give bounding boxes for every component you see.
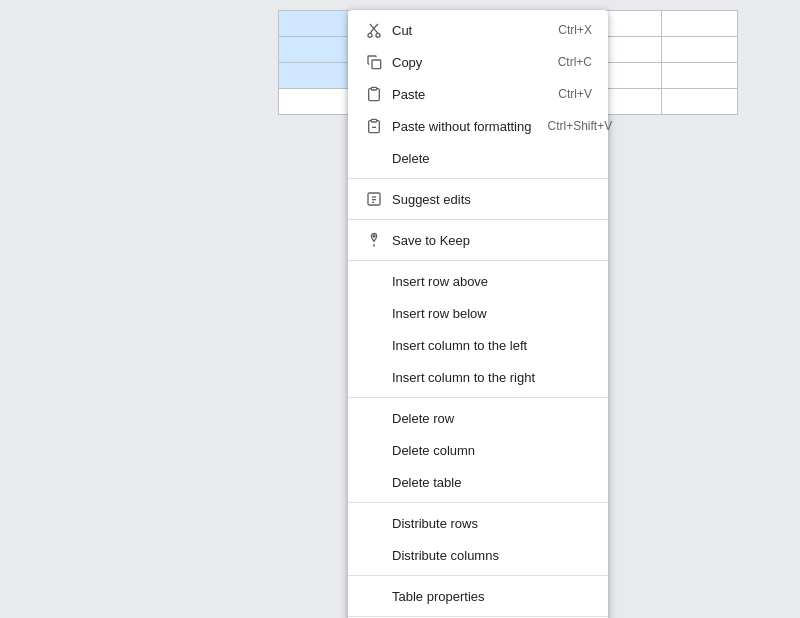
svg-line-4 (374, 24, 378, 28)
save-to-keep-label: Save to Keep (392, 233, 592, 248)
copy-shortcut: Ctrl+C (558, 55, 592, 69)
paste-plain-shortcut: Ctrl+Shift+V (547, 119, 612, 133)
copy-label: Copy (392, 55, 542, 70)
menu-item-table-properties[interactable]: Table properties (348, 580, 608, 612)
distribute-columns-label: Distribute columns (392, 548, 592, 563)
menu-item-distribute-columns[interactable]: Distribute columns (348, 539, 608, 571)
cut-icon (364, 22, 384, 38)
menu-item-insert-col-right[interactable]: Insert column to the right (348, 361, 608, 393)
delete-label: Delete (392, 151, 592, 166)
insert-col-right-label: Insert column to the right (392, 370, 592, 385)
divider-7 (348, 616, 608, 617)
cut-label: Cut (392, 23, 542, 38)
menu-item-cut[interactable]: Cut Ctrl+X (348, 14, 608, 46)
menu-item-insert-row-below[interactable]: Insert row below (348, 297, 608, 329)
paste-plain-label: Paste without formatting (392, 119, 531, 134)
paste-icon (364, 86, 384, 102)
table-properties-label: Table properties (392, 589, 592, 604)
copy-icon (364, 54, 384, 70)
menu-item-insert-col-left[interactable]: Insert column to the left (348, 329, 608, 361)
context-menu: Cut Ctrl+X Copy Ctrl+C Paste Ctrl+V (348, 10, 608, 618)
divider-1 (348, 178, 608, 179)
insert-col-left-label: Insert column to the left (392, 338, 592, 353)
menu-item-suggest-edits[interactable]: Suggest edits (348, 183, 608, 215)
menu-item-delete-column[interactable]: Delete column (348, 434, 608, 466)
delete-table-label: Delete table (392, 475, 592, 490)
svg-rect-5 (372, 60, 381, 69)
divider-6 (348, 575, 608, 576)
menu-item-paste-plain[interactable]: Paste without formatting Ctrl+Shift+V (348, 110, 608, 142)
svg-point-13 (373, 235, 375, 237)
menu-item-insert-row-above[interactable]: Insert row above (348, 265, 608, 297)
svg-rect-6 (371, 87, 376, 90)
svg-rect-7 (371, 119, 376, 122)
paste-label: Paste (392, 87, 542, 102)
delete-column-label: Delete column (392, 443, 592, 458)
divider-4 (348, 397, 608, 398)
svg-point-1 (376, 33, 380, 37)
menu-item-distribute-rows[interactable]: Distribute rows (348, 507, 608, 539)
menu-item-delete[interactable]: Delete (348, 142, 608, 174)
paste-shortcut: Ctrl+V (558, 87, 592, 101)
menu-item-delete-row[interactable]: Delete row (348, 402, 608, 434)
divider-3 (348, 260, 608, 261)
distribute-rows-label: Distribute rows (392, 516, 592, 531)
insert-row-below-label: Insert row below (392, 306, 592, 321)
divider-2 (348, 219, 608, 220)
insert-row-above-label: Insert row above (392, 274, 592, 289)
suggest-edits-label: Suggest edits (392, 192, 592, 207)
divider-5 (348, 502, 608, 503)
menu-item-copy[interactable]: Copy Ctrl+C (348, 46, 608, 78)
delete-row-label: Delete row (392, 411, 592, 426)
menu-item-paste[interactable]: Paste Ctrl+V (348, 78, 608, 110)
svg-point-0 (368, 33, 372, 37)
suggest-icon (364, 191, 384, 207)
cut-shortcut: Ctrl+X (558, 23, 592, 37)
keep-icon (364, 232, 384, 248)
menu-item-save-to-keep[interactable]: Save to Keep (348, 224, 608, 256)
menu-item-delete-table[interactable]: Delete table (348, 466, 608, 498)
paste-plain-icon (364, 118, 384, 134)
